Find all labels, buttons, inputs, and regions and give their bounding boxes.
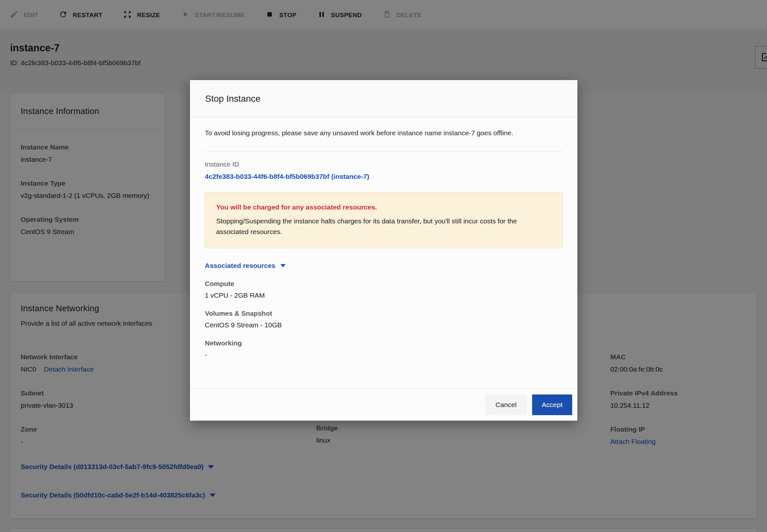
cancel-button[interactable]: Cancel xyxy=(485,394,527,415)
chevron-down-icon xyxy=(281,264,286,267)
billing-warning-box: You will be charged for any associated r… xyxy=(205,192,562,248)
stop-instance-dialog: Stop Instance To avoid losing progress, … xyxy=(190,80,578,421)
resource-label: Volumes & Snapshot xyxy=(205,310,562,317)
resource-volumes: Volumes & Snapshot CentOS 9 Stream - 10G… xyxy=(205,310,562,329)
warning-title: You will be charged for any associated r… xyxy=(216,203,551,211)
instance-detail-page: EDIT RESTART RESIZE START/RESUME STOP SU… xyxy=(0,0,767,532)
dialog-divider xyxy=(205,151,562,151)
resource-value: 1 vCPU - 2GB RAM xyxy=(205,292,562,299)
resource-networking: Networking - xyxy=(205,339,562,359)
resource-value: CentOS 9 Stream - 10GB xyxy=(205,321,562,329)
instance-id-block: Instance ID 4c2fe383-b033-44f6-b8f4-bf5b… xyxy=(205,160,562,180)
dialog-header: Stop Instance xyxy=(190,80,578,118)
resource-compute: Compute 1 vCPU - 2GB RAM xyxy=(205,280,562,299)
resource-label: Compute xyxy=(205,280,562,288)
instance-id-link[interactable]: 4c2fe383-b033-44f6-b8f4-bf5b069b37bf (in… xyxy=(205,173,369,180)
warning-body: Stopping/Suspending the instance halts c… xyxy=(216,216,536,237)
dialog-message: To avoid losing progress, please save an… xyxy=(205,128,544,138)
accept-button[interactable]: Accept xyxy=(532,394,572,415)
resource-label: Networking xyxy=(205,339,562,347)
resource-value: - xyxy=(205,351,562,359)
associated-resources-label: Associated resources xyxy=(205,262,275,270)
dialog-title: Stop Instance xyxy=(205,94,261,104)
dialog-footer: Cancel Accept xyxy=(190,388,578,421)
associated-resources-toggle[interactable]: Associated resources xyxy=(205,262,562,270)
dialog-body: To avoid losing progress, please save an… xyxy=(190,118,578,359)
instance-id-label: Instance ID xyxy=(205,160,562,168)
